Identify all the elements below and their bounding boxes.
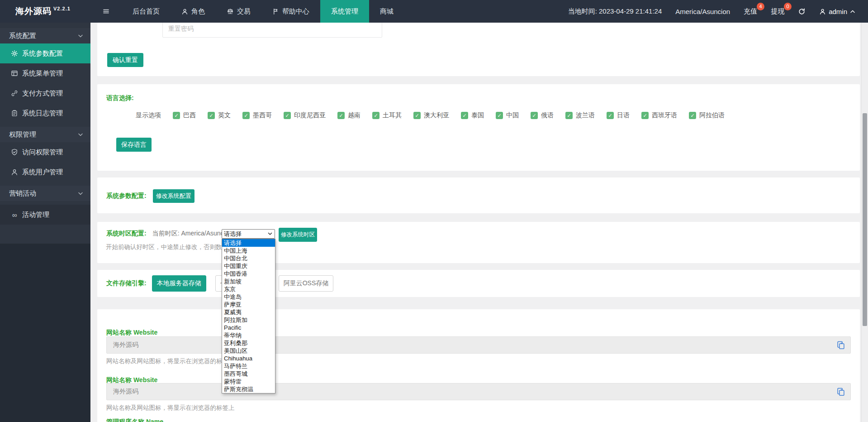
nav-trade[interactable]: 交易 bbox=[216, 0, 261, 23]
nav-roles[interactable]: 角色 bbox=[171, 0, 216, 23]
timezone-option[interactable]: 阿拉斯加 bbox=[222, 316, 275, 324]
sidebar-group-marketing[interactable]: 营销活动 bbox=[0, 186, 90, 201]
withdraw-button[interactable]: 提现 0 bbox=[771, 7, 784, 16]
sidebar-group-system-config[interactable]: 系统配置 bbox=[0, 28, 90, 43]
language-checkbox-brazil[interactable]: 巴西 bbox=[173, 111, 196, 120]
timezone-option[interactable]: 中国重庆 bbox=[222, 262, 275, 270]
checkbox-checked-icon bbox=[173, 112, 180, 119]
window-icon bbox=[11, 70, 18, 77]
checkbox-checked-icon bbox=[496, 112, 503, 119]
language-checkbox-indonesia[interactable]: 印度尼西亚 bbox=[284, 111, 326, 120]
language-checkbox-china[interactable]: 中国 bbox=[496, 111, 519, 120]
timezone-config-label: 系统时区配置: bbox=[106, 230, 147, 238]
admin-program-name-label: 管理程序名称 Name bbox=[106, 418, 163, 422]
save-language-button[interactable]: 保存语言 bbox=[116, 138, 152, 152]
scrollbar-thumb[interactable] bbox=[863, 113, 867, 326]
sidebar-item-system-logs[interactable]: 系统日志管理 bbox=[0, 103, 90, 123]
withdraw-badge: 0 bbox=[784, 3, 792, 10]
language-checkbox-australia[interactable]: 澳大利亚 bbox=[413, 111, 449, 120]
copy-icon[interactable] bbox=[836, 340, 845, 350]
chevron-down-icon bbox=[78, 34, 83, 38]
timezone-option[interactable]: 中途岛 bbox=[222, 293, 275, 301]
shield-check-icon bbox=[11, 149, 18, 156]
timezone-option[interactable]: 马萨特兰 bbox=[222, 362, 275, 370]
reset-password-input[interactable] bbox=[162, 23, 382, 38]
timezone-option[interactable]: 亚利桑那 bbox=[222, 339, 275, 347]
sidebar: 系统配置 系统参数配置 系统菜单管理 支付方式管理 系统日志管理 权限管理 访问… bbox=[0, 23, 90, 422]
nav-mall[interactable]: 商城 bbox=[369, 0, 404, 23]
language-checkbox-russian[interactable]: 俄语 bbox=[531, 111, 554, 120]
timezone-option[interactable]: 中国上海 bbox=[222, 247, 275, 254]
language-checkbox-spanish[interactable]: 西班牙语 bbox=[641, 111, 677, 120]
timezone-option[interactable]: 东京 bbox=[222, 285, 275, 293]
timezone-option[interactable]: 蒂华纳 bbox=[222, 331, 275, 339]
sidebar-item-system-menu[interactable]: 系统菜单管理 bbox=[0, 63, 90, 83]
current-timezone-text: 当前时区: America/Asuncion bbox=[152, 230, 232, 238]
copy-icon[interactable] bbox=[836, 387, 845, 396]
sidebar-item-activity-management[interactable]: ∞ 活动管理 bbox=[0, 205, 90, 225]
modify-system-config-button[interactable]: 修改系统配置 bbox=[153, 189, 194, 203]
nav-help-center[interactable]: 帮助中心 bbox=[261, 0, 320, 23]
website-name-input[interactable] bbox=[106, 336, 851, 354]
confirm-reset-button[interactable]: 确认重置 bbox=[107, 53, 143, 67]
app-version: V2.2.1 bbox=[53, 6, 71, 11]
timezone-option[interactable]: 美国山区 bbox=[222, 347, 275, 355]
language-card: 语言选择: 显示选项 巴西 英文 墨西哥 印度尼西亚 越南 土耳其 澳大利亚 泰… bbox=[97, 84, 860, 171]
topbar: 海外源码V2.2.1 后台首页 角色 交易 帮助中心 系统管理 商城 当地时间:… bbox=[0, 0, 868, 23]
app-title: 海外源码 bbox=[15, 5, 52, 17]
modify-timezone-button[interactable]: 修改系统时区 bbox=[279, 228, 317, 242]
timezone-option[interactable]: 新加坡 bbox=[222, 278, 275, 285]
timezone-option[interactable]: 萨斯克彻温 bbox=[222, 385, 275, 393]
language-checkbox-english[interactable]: 英文 bbox=[208, 111, 231, 120]
language-checkbox-arabic[interactable]: 阿拉伯语 bbox=[689, 111, 725, 120]
website-name-note: 网站名称及网站图标，将显示在浏览器的标签上 bbox=[106, 357, 235, 365]
nav-dashboard[interactable]: 后台首页 bbox=[122, 0, 171, 23]
recharge-button[interactable]: 充值 4 bbox=[744, 7, 757, 16]
user-icon bbox=[181, 8, 188, 15]
user-icon bbox=[11, 168, 18, 176]
hamburger-icon[interactable] bbox=[90, 0, 122, 23]
checkbox-checked-icon bbox=[531, 112, 538, 119]
local-time: 当地时间: 2023-04-29 21:41:24 bbox=[568, 7, 662, 16]
sidebar-item-system-params[interactable]: 系统参数配置 bbox=[0, 43, 90, 63]
sidebar-item-system-users[interactable]: 系统用户管理 bbox=[0, 162, 90, 182]
timezone-option[interactable]: 请选择 bbox=[222, 239, 275, 247]
checkbox-checked-icon bbox=[565, 112, 573, 119]
refresh-icon[interactable] bbox=[798, 8, 806, 15]
sidebar-item-payment-methods[interactable]: 支付方式管理 bbox=[0, 83, 90, 103]
timezone-option[interactable]: 夏威夷 bbox=[222, 308, 275, 316]
timezone-option[interactable]: Pacific bbox=[222, 324, 275, 331]
timezone-option[interactable]: 萨摩亚 bbox=[222, 301, 275, 308]
sidebar-item-access-permissions[interactable]: 访问权限管理 bbox=[0, 142, 90, 162]
checkbox-checked-icon bbox=[607, 112, 614, 119]
file-storage-label: 文件存储引擎: bbox=[106, 279, 147, 288]
language-checkbox-vietnam[interactable]: 越南 bbox=[337, 111, 360, 120]
timezone-option[interactable]: Chihuahua bbox=[222, 355, 275, 362]
storage-local-button[interactable]: 本地服务器存储 bbox=[152, 275, 206, 292]
user-icon bbox=[819, 8, 826, 15]
gear-icon bbox=[11, 50, 18, 57]
log-icon bbox=[11, 110, 18, 117]
timezone-option[interactable]: 中国香港 bbox=[222, 270, 275, 278]
language-checkbox-japanese[interactable]: 日语 bbox=[607, 111, 630, 120]
timezone-option[interactable]: 中国台北 bbox=[222, 254, 275, 262]
timezone-option[interactable]: 墨西哥城 bbox=[222, 370, 275, 378]
sidebar-group-permissions[interactable]: 权限管理 bbox=[0, 127, 90, 142]
timezone-option[interactable]: 蒙特雷 bbox=[222, 378, 275, 385]
language-checkbox-mexico[interactable]: 墨西哥 bbox=[242, 111, 272, 120]
language-checkbox-turkey[interactable]: 土耳其 bbox=[372, 111, 402, 120]
system-params-label: 系统参数配置: bbox=[106, 192, 147, 200]
timezone-select[interactable]: 请选择 bbox=[222, 229, 275, 239]
language-checkbox-thailand[interactable]: 泰国 bbox=[461, 111, 484, 120]
storage-alioss-button[interactable]: 阿里云OSS存储 bbox=[279, 275, 334, 292]
checkbox-checked-icon bbox=[413, 112, 421, 119]
language-checkbox-polish[interactable]: 波兰语 bbox=[565, 111, 595, 120]
infinity-icon: ∞ bbox=[11, 211, 18, 218]
checkbox-checked-icon bbox=[208, 112, 215, 119]
nav-system-management[interactable]: 系统管理 bbox=[320, 0, 369, 23]
sidebar-footer-area bbox=[0, 244, 90, 422]
topbar-right: 当地时间: 2023-04-29 21:41:24 America/Asunci… bbox=[568, 0, 868, 23]
website-name-input-2[interactable] bbox=[106, 383, 851, 400]
website-settings-card: 网站名称 Website 网站名称及网站图标，将显示在浏览器的标签上 网站名称 … bbox=[97, 309, 860, 422]
admin-menu[interactable]: admin bbox=[819, 8, 855, 15]
